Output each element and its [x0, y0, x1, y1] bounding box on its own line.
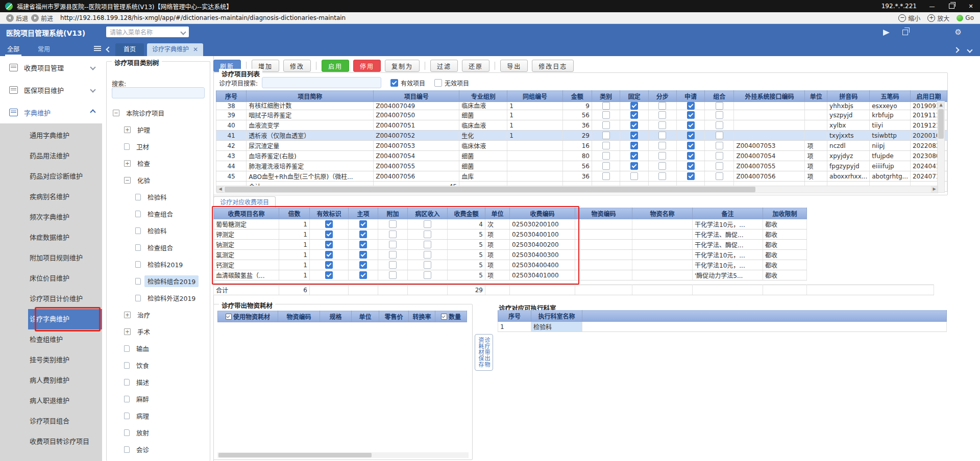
disable-button[interactable]: 停用: [353, 60, 381, 72]
checked-checkbox[interactable]: [325, 241, 333, 248]
table-row[interactable]: 1检验科: [498, 322, 947, 332]
scroll-left-icon[interactable]: ◀: [217, 186, 224, 193]
sidebar-group-fee-management[interactable]: 收费项目管理: [0, 56, 102, 79]
project-search-input[interactable]: [262, 77, 381, 88]
unchecked-checkbox[interactable]: [658, 121, 666, 129]
checked-checkbox[interactable]: [630, 142, 638, 149]
sidebar-item-0[interactable]: 通用字典维护: [0, 125, 102, 146]
checked-checkbox[interactable]: [687, 111, 695, 119]
column-header[interactable]: 物资编码: [575, 208, 632, 219]
sidebar-item-15[interactable]: 收费项目转诊疗项目: [0, 431, 102, 452]
checked-checkbox[interactable]: [687, 121, 695, 129]
column-header[interactable]: 数量: [435, 311, 467, 322]
unchecked-checkbox[interactable]: [602, 152, 610, 160]
table-row[interactable]: 氯测定15项025030400300干化学法10元，...都收: [214, 250, 807, 260]
tab-scroll-right-icon[interactable]: [953, 47, 959, 53]
close-button[interactable]: ✕: [967, 3, 975, 10]
sidebar-item-7[interactable]: 床位价目维护: [0, 268, 102, 289]
checked-checkbox[interactable]: [325, 220, 333, 228]
table-row[interactable]: 钠测定15项025030400200干化学法、酶促...都收: [214, 240, 807, 250]
column-header[interactable]: 拼音码: [827, 91, 870, 102]
unchecked-checkbox[interactable]: [424, 251, 431, 259]
go-button[interactable]: Go: [957, 14, 974, 21]
column-header[interactable]: 同组编号: [507, 91, 563, 102]
column-header[interactable]: 执行科室名称: [531, 311, 582, 322]
zoom-out-button[interactable]: − 缩小: [898, 14, 920, 22]
expand-icon[interactable]: +: [124, 126, 131, 133]
unchecked-checkbox[interactable]: [658, 142, 666, 149]
column-header[interactable]: 五笔码: [870, 91, 911, 102]
table-row[interactable]: 43血培养鉴定(右肢)Z004007054细菌80Z004007054项xpyj…: [216, 151, 947, 161]
sidebar-group-insurance[interactable]: 医保项目维护: [0, 79, 102, 101]
column-header[interactable]: 单位: [805, 91, 827, 102]
checked-checkbox[interactable]: [630, 111, 638, 119]
tree-node[interactable]: 检查组合: [109, 239, 209, 256]
column-header[interactable]: 收费金额: [448, 208, 485, 219]
tree-node[interactable]: 病理: [109, 407, 209, 424]
page-icon[interactable]: [135, 211, 141, 217]
invalid-items-checkbox-group[interactable]: 无效项目: [434, 79, 469, 87]
tree-node[interactable]: +手术: [109, 323, 209, 340]
vertical-scrollbar[interactable]: ▲: [937, 101, 945, 193]
tree-node[interactable]: −化验: [109, 172, 209, 189]
copy-as-button[interactable]: 复制为: [385, 60, 420, 72]
unchecked-checkbox[interactable]: [602, 162, 610, 170]
checked-checkbox[interactable]: [687, 152, 695, 160]
checked-checkbox[interactable]: [325, 271, 333, 279]
table-row[interactable]: 葡萄糖测定14次025030200100干化学法10元，...都收: [214, 219, 807, 229]
checked-checkbox[interactable]: [359, 271, 367, 279]
unchecked-checkbox[interactable]: [389, 231, 397, 238]
tree-node[interactable]: +检查: [109, 155, 209, 172]
tab-diagnosis-dictionary[interactable]: 诊疗字典维护 ✕: [147, 43, 203, 56]
expand-icon[interactable]: +: [124, 160, 131, 167]
page-icon[interactable]: [135, 244, 141, 251]
sidebar-item-10[interactable]: 检查组维护: [0, 329, 102, 350]
column-header[interactable]: 固定: [620, 91, 648, 102]
sidebar-group-dictionary[interactable]: 字典维护: [0, 101, 102, 123]
zoom-in-button[interactable]: + 放大: [927, 14, 949, 22]
page-icon[interactable]: [135, 227, 141, 234]
column-header[interactable]: 物资名称: [632, 208, 693, 219]
sidebar-item-8[interactable]: 诊疗项目计价维护: [0, 289, 102, 309]
unchecked-checkbox[interactable]: [716, 172, 723, 180]
column-header[interactable]: 有效标识: [310, 208, 349, 219]
column-header[interactable]: 附加: [378, 208, 408, 219]
unchecked-checkbox[interactable]: [389, 261, 397, 269]
checked-checkbox[interactable]: [325, 231, 333, 238]
url-input[interactable]: http://192.168.199.128/his-xmgl/app/#/di…: [60, 14, 346, 21]
unchecked-checkbox[interactable]: [602, 102, 610, 110]
checked-checkbox[interactable]: [687, 102, 695, 110]
column-header[interactable]: 主项: [349, 208, 378, 219]
checked-checkbox[interactable]: [630, 152, 638, 160]
unchecked-checkbox[interactable]: [658, 152, 666, 160]
column-header[interactable]: 外挂系统接口编码: [734, 91, 805, 102]
unchecked-checkbox[interactable]: [389, 241, 397, 248]
checked-checkbox[interactable]: [359, 241, 367, 248]
tree-node[interactable]: 检验科外送2019: [109, 290, 209, 306]
tab-list-icon[interactable]: [967, 47, 972, 53]
unchecked-checkbox[interactable]: [716, 142, 723, 149]
sidebar-item-1[interactable]: 药品用法维护: [0, 146, 102, 166]
close-tab-icon[interactable]: ✕: [193, 43, 198, 56]
export-button[interactable]: 导出: [500, 60, 528, 72]
unchecked-checkbox[interactable]: [424, 241, 431, 248]
table-row[interactable]: 合计629: [214, 285, 934, 295]
scrollbar-thumb[interactable]: [938, 109, 944, 139]
table-row[interactable]: 45ABO血型+Rh血型(三个抗原)（微柱...Z004007056血库36Z0…: [216, 171, 947, 182]
restore-button[interactable]: [947, 3, 955, 10]
page-icon[interactable]: [124, 413, 130, 419]
column-header[interactable]: 金额: [562, 91, 592, 102]
tree-node[interactable]: +护理: [109, 121, 209, 138]
checked-checkbox[interactable]: [630, 102, 638, 110]
checked-checkbox[interactable]: [687, 132, 695, 139]
modify-button[interactable]: 修改: [283, 60, 311, 72]
unchecked-checkbox[interactable]: [602, 172, 610, 180]
menu-icon[interactable]: [94, 46, 101, 47]
column-header[interactable]: 序号: [498, 311, 531, 322]
column-header[interactable]: 倍数: [279, 208, 310, 219]
table-row[interactable]: 钾测定15项025030400100干化学法、酶促...都收: [214, 229, 807, 240]
table-row[interactable]: 41透析液（仅限血透室）Z004007052生化129txyjxxtstsiwb…: [216, 131, 947, 141]
sidebar-item-6[interactable]: 附加项目规则维护: [0, 248, 102, 268]
sidebar-item-12[interactable]: 病人费别维护: [0, 370, 102, 391]
send-icon[interactable]: [883, 30, 890, 36]
